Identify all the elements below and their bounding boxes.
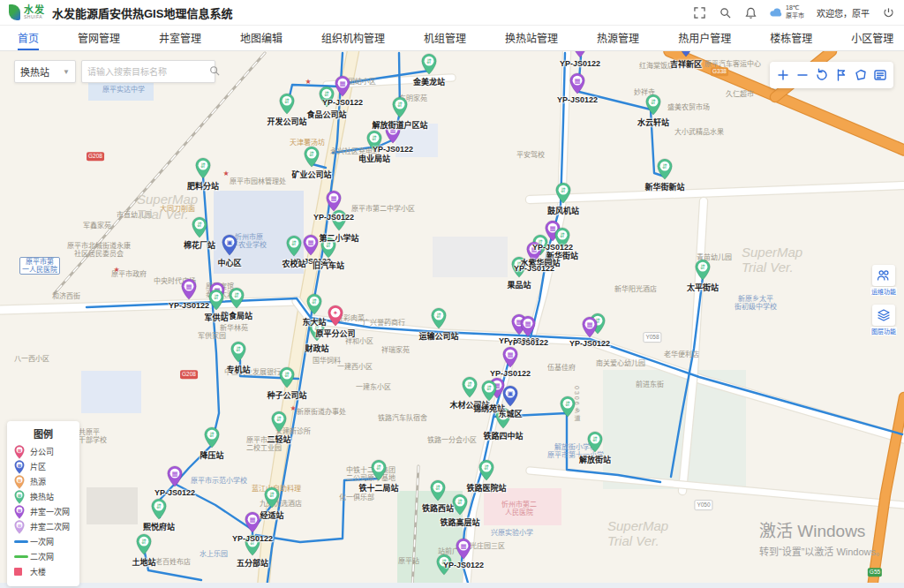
marker-station-二轻站[interactable]: ⇵ bbox=[271, 411, 287, 436]
marker-well-YP-JS0122[interactable]: ▦ bbox=[456, 538, 471, 563]
search-submit-icon[interactable] bbox=[209, 64, 220, 79]
svg-text:▦: ▦ bbox=[307, 238, 313, 246]
marker-station-旧汽车站[interactable]: ⇵ bbox=[320, 237, 336, 262]
marker-station-运输公司站[interactable]: ⇵ bbox=[431, 307, 447, 333]
marker-station-军供站[interactable]: ⇵ bbox=[208, 289, 224, 314]
marker-station-木材公司站[interactable]: ⇵ bbox=[462, 376, 478, 402]
marker-station-财政站[interactable]: ⇵ bbox=[309, 320, 325, 345]
marker-station-肥料分站[interactable]: ⇵ bbox=[195, 157, 211, 183]
marker-station-鼓风机站[interactable]: ⇵ bbox=[555, 182, 571, 207]
marker-branch-原平分公司[interactable]: ✦ bbox=[328, 305, 343, 330]
marker-station-新华街新站[interactable]: ⇵ bbox=[657, 158, 673, 184]
logout-icon[interactable] bbox=[882, 6, 895, 19]
nav-tab-楼栋管理[interactable]: 楼栋管理 bbox=[770, 26, 812, 50]
chevron-down-icon: ▼ bbox=[63, 68, 70, 76]
svg-text:⇵: ⇵ bbox=[200, 162, 206, 170]
svg-text:▦: ▦ bbox=[18, 523, 22, 527]
map-canvas[interactable]: 原平实达中学团结小区东明家苑妙祥寺红海棠饭店原平汽车客运中心久仁超市盛美农贸市场… bbox=[0, 51, 904, 588]
side-tools: 运维功能图层功能 bbox=[870, 265, 897, 335]
svg-text:⇵: ⇵ bbox=[651, 98, 656, 106]
marker-station-解放街道户区站[interactable]: ⇵ bbox=[392, 96, 408, 122]
marker-station-农校站[interactable]: ⇵ bbox=[286, 235, 302, 260]
marker-station-锦绣苑站[interactable]: ⇵ bbox=[481, 380, 497, 405]
marker-station-棉花厂站[interactable]: ⇵ bbox=[192, 216, 207, 242]
marker-station-铁路高层站[interactable]: ⇵ bbox=[452, 494, 468, 519]
search-category-select[interactable]: 换热站 ▼ bbox=[14, 60, 76, 83]
marker-station-专机站[interactable]: ⇵ bbox=[230, 341, 246, 366]
marker-station-五分部站[interactable]: ⇵ bbox=[245, 534, 260, 560]
poi-star-icon: ★ bbox=[222, 170, 229, 177]
marker-station-铁路西站[interactable]: ⇵ bbox=[430, 479, 446, 505]
marker-well-YP-JS0122[interactable]: ▦ bbox=[335, 75, 350, 101]
marker-well-YP-JS0122[interactable]: ▦ bbox=[385, 122, 401, 147]
marker-well-YP-JS0122[interactable]: ▦ bbox=[582, 316, 598, 342]
marker-station-土地站[interactable]: ⇵ bbox=[136, 533, 152, 559]
svg-text:⇵: ⇵ bbox=[662, 162, 667, 170]
nav-tab-换热站管理[interactable]: 换热站管理 bbox=[505, 26, 558, 50]
zoom-in-button[interactable] bbox=[773, 65, 793, 85]
side-tool-图层功能[interactable]: 图层功能 bbox=[870, 305, 897, 335]
marker-district-中心区[interactable]: ▣ bbox=[222, 234, 237, 260]
bell-icon[interactable] bbox=[744, 6, 757, 19]
marker-station-果品站[interactable]: ⇵ bbox=[511, 256, 527, 282]
marker-station-金美龙站[interactable]: ⇵ bbox=[421, 53, 437, 79]
marker-station-解放街站[interactable]: ⇵ bbox=[587, 431, 603, 456]
legend-item-一次网: 一次网 bbox=[14, 534, 72, 549]
nav-tab-地图编辑[interactable]: 地图编辑 bbox=[240, 26, 282, 50]
marker-station-粮食局站[interactable]: ⇵ bbox=[229, 287, 245, 313]
marker-station-铁路医院站[interactable]: ⇵ bbox=[478, 459, 494, 485]
marker-station-开发公司站[interactable]: ⇵ bbox=[279, 93, 295, 118]
weather-widget: 18℃ 原平市 bbox=[770, 4, 804, 20]
marker-well-YP-JS0122[interactable]: ▦ bbox=[526, 241, 542, 267]
fullscreen-icon[interactable] bbox=[693, 6, 706, 19]
search-icon[interactable] bbox=[719, 6, 732, 19]
marker-station-电业局站[interactable]: ⇵ bbox=[366, 130, 382, 155]
side-tool-label: 运维功能 bbox=[870, 287, 897, 296]
marker-station[interactable]: ⇵ bbox=[560, 396, 576, 421]
marker-station[interactable]: ⇵ bbox=[436, 554, 452, 579]
side-tool-运维功能[interactable]: 运维功能 bbox=[870, 265, 897, 296]
marker-station-矿业公司站[interactable]: ⇵ bbox=[304, 146, 320, 171]
marker-station-第二小学站[interactable]: ⇵ bbox=[331, 209, 347, 235]
layer-list-button[interactable] bbox=[870, 65, 890, 85]
marker-station-新华街站[interactable]: ⇵ bbox=[554, 227, 570, 253]
marker-station-降压站[interactable]: ⇵ bbox=[204, 426, 220, 452]
nav-tab-首页[interactable]: 首页 bbox=[18, 26, 39, 50]
marker-well-YP-JS0122[interactable]: ▦ bbox=[520, 315, 536, 341]
nav-tab-管网管理[interactable]: 管网管理 bbox=[78, 26, 120, 50]
zoom-out-button[interactable] bbox=[793, 65, 812, 85]
marker-well-YP-JS0122[interactable]: ▦ bbox=[181, 278, 197, 304]
marker-well-YP-JS0122[interactable]: ▦ bbox=[303, 234, 319, 260]
marker-well-YP-JS0122[interactable]: ▦ bbox=[502, 346, 518, 372]
marker-station-水云轩站[interactable]: ⇵ bbox=[645, 94, 661, 119]
zoom-in-icon bbox=[776, 68, 790, 82]
nav-tab-组织机构管理[interactable]: 组织机构管理 bbox=[321, 26, 385, 50]
area-select-button[interactable] bbox=[851, 65, 870, 85]
marker-station-铁路四中站[interactable]: ⇵ bbox=[495, 407, 511, 433]
nav-tab-小区管理[interactable]: 小区管理 bbox=[851, 26, 893, 50]
marker-station-熙悦府站[interactable]: ⇵ bbox=[151, 498, 167, 524]
marker-well-YP-JS0122[interactable]: ▦ bbox=[569, 72, 585, 98]
svg-text:▦: ▦ bbox=[185, 283, 192, 290]
measure-button[interactable] bbox=[832, 65, 851, 85]
marker-well-YP-JS0122[interactable]: ▦ bbox=[167, 465, 183, 491]
nav-tab-热源管理[interactable]: 热源管理 bbox=[597, 26, 639, 50]
svg-text:⇵: ⇵ bbox=[197, 221, 202, 229]
marker-station-太平街站[interactable]: ⇵ bbox=[695, 259, 711, 284]
reset-button[interactable] bbox=[812, 65, 832, 85]
marker-station-食品公司站[interactable]: ⇵ bbox=[319, 86, 335, 111]
nav-tab-热用户管理[interactable]: 热用户管理 bbox=[678, 26, 731, 50]
search-input[interactable] bbox=[82, 67, 209, 77]
marker-station-经适站[interactable]: ⇵ bbox=[264, 486, 280, 512]
nav-tab-机组管理[interactable]: 机组管理 bbox=[424, 26, 466, 50]
logo-leaf-icon bbox=[9, 4, 20, 20]
svg-text:▦: ▦ bbox=[18, 493, 22, 497]
marker-well-YP-JS0122[interactable]: ▦ bbox=[245, 511, 260, 537]
marker-station-种子公司站[interactable]: ⇵ bbox=[279, 366, 295, 392]
marker-well-YP-JS0122[interactable]: ▦ bbox=[572, 51, 588, 62]
nav-tab-井室管理[interactable]: 井室管理 bbox=[159, 26, 201, 50]
marker-district-吉祥新区[interactable]: ▣ bbox=[678, 51, 694, 61]
marker-station-东大站[interactable]: ⇵ bbox=[306, 293, 322, 319]
svg-text:⇵: ⇵ bbox=[565, 400, 570, 408]
marker-station-铁十二局站[interactable]: ⇵ bbox=[371, 459, 387, 485]
